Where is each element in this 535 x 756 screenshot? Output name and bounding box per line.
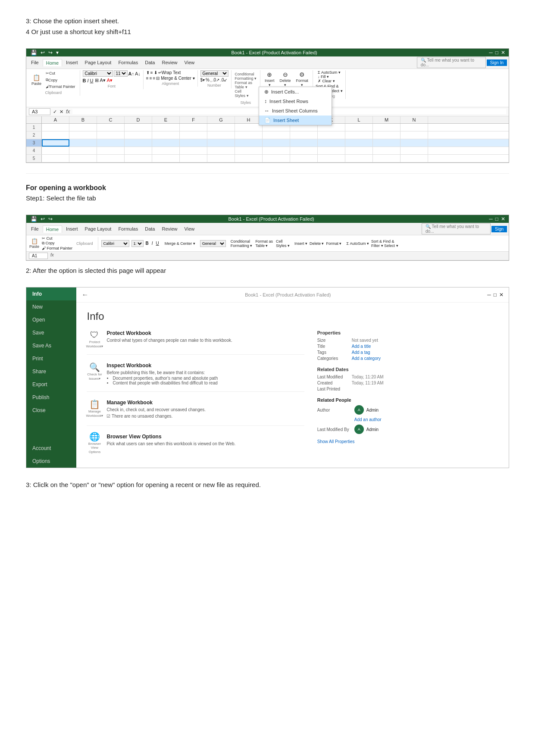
checkmark-icon[interactable]: ✓ — [53, 109, 57, 115]
col-G[interactable]: G — [207, 116, 235, 123]
add-author-link[interactable]: Add an author — [354, 417, 498, 422]
col-B[interactable]: B — [69, 116, 97, 123]
categories-value[interactable]: Add a category — [352, 356, 498, 361]
menu-file[interactable]: File — [28, 59, 42, 66]
cell-B5[interactable] — [69, 155, 97, 162]
copy-btn-2[interactable]: ⧉ Copy — [42, 241, 72, 246]
bold-button[interactable]: B — [83, 78, 86, 83]
cell-D5[interactable] — [125, 155, 152, 162]
fill-color-button[interactable]: A▾ — [100, 78, 106, 83]
save-qat-icon[interactable]: 💾 — [30, 50, 38, 56]
col-D[interactable]: D — [125, 116, 152, 123]
font-size-select[interactable]: 11 — [114, 70, 128, 77]
cell-K4[interactable] — [318, 147, 345, 154]
dropdown-qat-icon[interactable]: ▾ — [55, 50, 59, 56]
italic-button[interactable]: I — [88, 78, 89, 83]
font-grow-btn[interactable]: A↑ — [128, 71, 134, 76]
file-maximize[interactable]: □ — [494, 292, 497, 298]
font-color-button[interactable]: A▾ — [107, 78, 113, 83]
sidebar-item-new[interactable]: New — [26, 300, 76, 313]
increase-decimal-btn[interactable]: .0↗ — [213, 78, 219, 82]
comma-btn[interactable]: , — [210, 78, 212, 82]
percent-btn[interactable]: % — [206, 78, 210, 82]
paste-btn-2[interactable]: 📋 Paste — [28, 237, 41, 249]
font-select-2[interactable]: Calibri — [101, 240, 129, 247]
cell-A1[interactable] — [42, 124, 69, 131]
number-format-select[interactable]: General — [200, 70, 228, 77]
cell-D4[interactable] — [125, 147, 152, 154]
num-format-2[interactable]: General — [200, 240, 226, 247]
menu2-formulas[interactable]: Formulas — [115, 225, 141, 232]
col-L[interactable]: L — [345, 116, 373, 123]
redo-qat2[interactable]: ↪ — [47, 216, 53, 222]
cell-C1[interactable] — [97, 124, 125, 131]
align-bottom-btn[interactable]: ⬇ — [154, 70, 157, 75]
col-N[interactable]: N — [400, 116, 428, 123]
cell-F1[interactable] — [180, 124, 207, 131]
cell-L4[interactable] — [345, 147, 373, 154]
cell-K3[interactable] — [318, 139, 345, 147]
bold-btn-2[interactable]: B — [146, 241, 149, 246]
sidebar-item-account[interactable]: Account — [26, 442, 76, 455]
paste-button[interactable]: 📋 Paste — [30, 73, 43, 87]
cell-F2[interactable] — [180, 131, 207, 139]
tags-value[interactable]: Add a tag — [352, 350, 498, 355]
cell-G3[interactable] — [207, 139, 235, 147]
minimize-icon[interactable]: ─ — [489, 50, 493, 56]
cell-M2[interactable] — [373, 131, 400, 139]
redo-qat-icon[interactable]: ↪ — [47, 50, 53, 56]
conditional-fmt-2[interactable]: ConditionalFormatting ▾ — [231, 239, 253, 248]
align-top-btn[interactable]: ⬆ — [146, 70, 150, 75]
cell-D1[interactable] — [125, 124, 152, 131]
delete-btn-2[interactable]: Delete ▾ — [310, 241, 324, 246]
cell-G2[interactable] — [207, 131, 235, 139]
cancel-formula-icon[interactable]: ✕ — [59, 109, 63, 115]
cell-N4[interactable] — [400, 147, 428, 154]
sidebar-item-share[interactable]: Share — [26, 365, 76, 378]
maximize-icon-2[interactable]: □ — [495, 216, 498, 222]
cell-J5[interactable] — [290, 155, 318, 162]
cell-M4[interactable] — [373, 147, 400, 154]
cell-H3[interactable] — [235, 139, 263, 147]
cell-M1[interactable] — [373, 124, 400, 131]
cell-F5[interactable] — [180, 155, 207, 162]
cell-N3[interactable] — [400, 139, 428, 147]
file-close[interactable]: ✕ — [499, 292, 504, 298]
cell-J4[interactable] — [290, 147, 318, 154]
cell-J2[interactable] — [290, 131, 318, 139]
cell-B2[interactable] — [69, 131, 97, 139]
menu2-insert[interactable]: Insert — [63, 225, 81, 232]
menu2-view[interactable]: View — [181, 225, 198, 232]
format-as-table-btn[interactable]: Format asTable ▾ — [235, 81, 257, 89]
cell-K2[interactable] — [318, 131, 345, 139]
cell-N1[interactable] — [400, 124, 428, 131]
cell-E1[interactable] — [152, 124, 180, 131]
sidebar-item-open[interactable]: Open — [26, 313, 76, 326]
menu2-review[interactable]: Review — [159, 225, 180, 232]
cell-B1[interactable] — [69, 124, 97, 131]
merge-center-btn[interactable]: ⊟ Merge & Center ▾ — [156, 76, 194, 81]
cut-button[interactable]: ✂ Cut — [44, 70, 77, 76]
format-table-2[interactable]: Format asTable ▾ — [255, 239, 273, 248]
menu-insert[interactable]: Insert — [63, 59, 81, 66]
sidebar-item-publish[interactable]: Publish — [26, 391, 76, 404]
insert-sheet-item[interactable]: 📄 Insert Sheet — [259, 116, 332, 125]
cell-ref-1[interactable]: A3 — [29, 108, 50, 115]
show-all-link[interactable]: Show All Properties — [317, 439, 355, 444]
align-middle-btn[interactable]: ≡ — [150, 70, 153, 75]
minimize-icon-2[interactable]: ─ — [489, 216, 493, 222]
cell-N2[interactable] — [400, 131, 428, 139]
cell-F3[interactable] — [180, 139, 207, 147]
cell-G1[interactable] — [207, 124, 235, 131]
conditional-formatting-btn[interactable]: ConditionalFormatting ▾ — [235, 72, 257, 81]
cell-D2[interactable] — [125, 131, 152, 139]
cell-G4[interactable] — [207, 147, 235, 154]
cell-L1[interactable] — [345, 124, 373, 131]
cell-styles-2[interactable]: CellStyles ▾ — [276, 239, 290, 248]
format-btn-2[interactable]: Format ▾ — [326, 241, 341, 246]
cell-H4[interactable] — [235, 147, 263, 154]
sidebar-item-options[interactable]: Options — [26, 455, 76, 468]
cell-L5[interactable] — [345, 155, 373, 162]
format-painter-button[interactable]: 🖌 Format Painter — [44, 84, 77, 90]
menu-data[interactable]: Data — [142, 59, 158, 66]
